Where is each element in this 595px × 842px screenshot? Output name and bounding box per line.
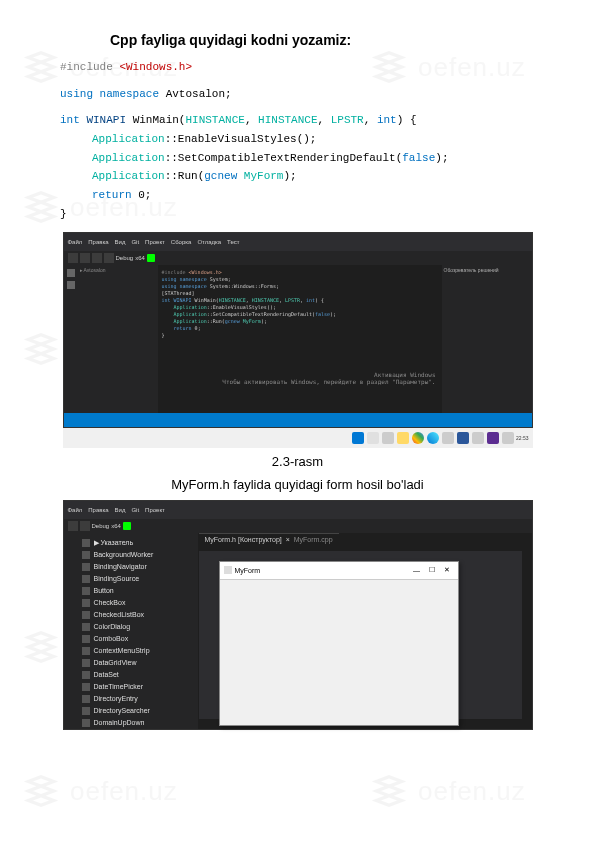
toolbox-item[interactable]: ▶ Указатель — [82, 537, 194, 549]
platform-selector[interactable]: x64 — [111, 523, 121, 529]
component-icon — [82, 707, 90, 715]
menu-project[interactable]: Проект — [145, 239, 165, 245]
menu-view[interactable]: Вид — [115, 507, 126, 513]
menu-debug[interactable]: Отладка — [197, 239, 221, 245]
toolbox-item[interactable]: CheckedListBox — [82, 609, 194, 621]
ide-activity-bar — [64, 265, 78, 413]
grid-icon — [82, 659, 90, 667]
toolbox-item[interactable]: DirectoryEntry — [82, 693, 194, 705]
windows-taskbar: 22:53 — [63, 428, 533, 448]
menu-build[interactable]: Сборка — [171, 239, 192, 245]
section-heading: Cpp fayliga quyidagi kodni yozamiz: — [110, 32, 535, 48]
toolbox-item[interactable]: BindingNavigator — [82, 561, 194, 573]
undo-icon[interactable] — [104, 253, 114, 263]
watermark: oefen.uz — [22, 772, 178, 810]
component-icon — [82, 611, 90, 619]
chrome-icon[interactable] — [412, 432, 424, 444]
figure-caption: 2.3-rasm — [60, 454, 535, 469]
ide-statusbar — [64, 413, 532, 427]
visual-studio-icon[interactable] — [487, 432, 499, 444]
menu-file[interactable]: Файл — [68, 239, 83, 245]
watermark: oefen.uz — [370, 772, 526, 810]
ide-menubar: Файл Правка Вид Git Проект Сборка Отладк… — [64, 233, 532, 251]
search-icon[interactable] — [367, 432, 379, 444]
debug-config-selector[interactable]: Debug — [92, 523, 110, 529]
component-icon — [82, 623, 90, 631]
ide-toolbar: Debug x64 — [64, 519, 532, 533]
nav-back-icon[interactable] — [68, 521, 78, 531]
app-icon — [224, 566, 232, 574]
save-icon[interactable] — [92, 253, 102, 263]
word-icon[interactable] — [457, 432, 469, 444]
menu-view[interactable]: Вид — [115, 239, 126, 245]
explorer-item[interactable]: ▸ Avtosalon — [80, 267, 156, 273]
button-icon — [82, 587, 90, 595]
code-editor[interactable]: #include <Windows.h> using namespace Sys… — [158, 265, 442, 413]
save-icon[interactable] — [80, 521, 90, 531]
window-title: MyForm — [235, 567, 261, 574]
ide-activity-bar — [64, 533, 78, 729]
component-icon — [82, 695, 90, 703]
form-designer-canvas[interactable]: MyForm — ☐ ✕ — [199, 551, 522, 719]
menu-test[interactable]: Тест — [227, 239, 239, 245]
file-explorer-icon[interactable] — [397, 432, 409, 444]
menu-edit[interactable]: Правка — [88, 239, 108, 245]
app-icon[interactable] — [442, 432, 454, 444]
close-icon[interactable]: ✕ — [440, 564, 454, 576]
ide-screenshot-1: Файл Правка Вид Git Проект Сборка Отладк… — [63, 232, 533, 428]
toolbox-item[interactable]: DomainUpDown — [82, 717, 194, 729]
toolbox-item[interactable]: BackgroundWorker — [82, 549, 194, 561]
checkbox-icon — [82, 599, 90, 607]
toolbox-panel: ▶ Указатель BackgroundWorker BindingNavi… — [78, 533, 198, 729]
editor-tab[interactable]: MyForm.h [Конструктор] × MyForm.cpp — [199, 533, 339, 545]
ide-toolbar: Debug x64 — [64, 251, 532, 265]
toolbox-item[interactable]: DirectorySearcher — [82, 705, 194, 717]
combobox-icon — [82, 635, 90, 643]
component-icon — [82, 551, 90, 559]
menu-edit[interactable]: Правка — [88, 507, 108, 513]
nav-fwd-icon[interactable] — [80, 253, 90, 263]
windows-activation-notice: Активация Windows Чтобы активировать Win… — [222, 371, 435, 385]
component-icon — [82, 683, 90, 691]
edge-icon[interactable] — [427, 432, 439, 444]
toolbox-item[interactable]: DataSet — [82, 669, 194, 681]
toolbox-item[interactable]: Button — [82, 585, 194, 597]
nav-back-icon[interactable] — [68, 253, 78, 263]
toolbox-item[interactable]: BindingSource — [82, 573, 194, 585]
toolbox-item[interactable]: ColorDialog — [82, 621, 194, 633]
platform-selector[interactable]: x64 — [135, 255, 145, 261]
task-view-icon[interactable] — [382, 432, 394, 444]
debug-config-selector[interactable]: Debug — [116, 255, 134, 261]
component-icon — [82, 671, 90, 679]
component-icon — [82, 563, 90, 571]
tool-icon[interactable] — [67, 269, 75, 277]
app-icon[interactable] — [502, 432, 514, 444]
toolbox-item[interactable]: ComboBox — [82, 633, 194, 645]
menu-project[interactable]: Проект — [145, 507, 165, 513]
toolbox-item[interactable]: ContextMenuStrip — [82, 645, 194, 657]
run-icon[interactable] — [147, 254, 155, 262]
figure-subcaption: MyForm.h faylida quyidagi form hosil bo'… — [60, 477, 535, 492]
ide-screenshot-2: Файл Правка Вид Git Проект Debug x64 ▶ У… — [63, 500, 533, 730]
pointer-icon — [82, 539, 90, 547]
component-icon — [82, 719, 90, 727]
ide-menubar: Файл Правка Вид Git Проект — [64, 501, 532, 519]
minimize-icon[interactable]: — — [410, 564, 424, 576]
menu-file[interactable]: Файл — [68, 507, 83, 513]
solution-explorer-panel: Обозреватель решений — [442, 265, 532, 413]
toolbox-item[interactable]: DataGridView — [82, 657, 194, 669]
start-button-icon[interactable] — [352, 432, 364, 444]
winforms-preview-window[interactable]: MyForm — ☐ ✕ — [219, 561, 459, 726]
component-icon — [82, 575, 90, 583]
window-titlebar: MyForm — ☐ ✕ — [220, 562, 458, 580]
app-icon[interactable] — [472, 432, 484, 444]
maximize-icon[interactable]: ☐ — [425, 564, 439, 576]
toolbox-item[interactable]: CheckBox — [82, 597, 194, 609]
run-icon[interactable] — [123, 522, 131, 530]
solution-explorer: ▸ Avtosalon — [78, 265, 158, 413]
taskbar-time[interactable]: 22:53 — [516, 435, 529, 441]
tool-icon[interactable] — [67, 281, 75, 289]
toolbox-item[interactable]: DateTimePicker — [82, 681, 194, 693]
menu-git[interactable]: Git — [131, 239, 139, 245]
menu-git[interactable]: Git — [131, 507, 139, 513]
